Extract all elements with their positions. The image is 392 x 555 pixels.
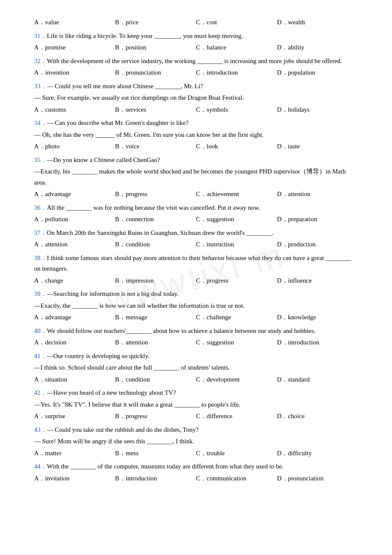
option-top-B: B．price xyxy=(115,17,196,28)
question-line-40-0: 40．We should follow our teachers'_______… xyxy=(34,326,358,337)
question-line-34-0: 34．— Can you describe what Mr. Green's d… xyxy=(34,118,358,129)
options-row-41: A．situationB．conditionC．developmentD．sta… xyxy=(34,374,358,385)
option-38-A: A．change xyxy=(34,275,115,286)
options-row-44: A．invitationB．introductionC．communicatio… xyxy=(34,473,358,484)
question-text-41: —Our country is developing so quickly. xyxy=(47,353,150,359)
option-40-B: B．attention xyxy=(115,337,196,348)
question-block-42: 42．—Have you heard of a new technology a… xyxy=(34,387,358,422)
option-32-C: C．introduction xyxy=(196,67,277,78)
option-37-D: D．production xyxy=(277,239,358,250)
question-line-35-0: 35．—Do you know a Chinese called ChenGao… xyxy=(34,155,358,166)
option-42-B: B．progress xyxy=(115,411,196,422)
option-top-A: A．value xyxy=(34,17,115,28)
option-39-A: A．advantage xyxy=(34,312,115,323)
question-text-39: —Searching for information is not a big … xyxy=(47,290,179,297)
question-text-36: All the ________ was for nothing because… xyxy=(47,204,260,211)
question-line-42-1: —Yes. It's "8K TV". I believe that it wi… xyxy=(34,399,358,410)
question-text-35: —Do you know a Chinese called ChenGao? xyxy=(47,156,160,163)
question-block-top: A．valueB．priceC．costD．wealth xyxy=(34,17,358,28)
question-text-31: Life is like riding a bicycle. To keep y… xyxy=(47,32,243,39)
question-text-32: With the development of the service indu… xyxy=(47,58,342,64)
question-text-42: —Have you heard of a new technology abou… xyxy=(47,389,176,396)
question-number-34: 34． xyxy=(34,119,47,126)
option-34-A: A．photo xyxy=(34,141,115,152)
option-34-B: B．voice xyxy=(115,141,196,152)
options-row-35: A．advantageB．progressC．achievementD．atte… xyxy=(34,189,358,200)
options-row-33: A．customsB．servicesC．symbolsD．holidays xyxy=(34,104,358,116)
option-44-D: D．pronunciation xyxy=(277,473,358,484)
question-line-39-1: —Exactly, the ________ is how we can tel… xyxy=(34,301,358,312)
question-line-39-0: 39．—Searching for information is not a b… xyxy=(34,289,358,300)
options-row-31: A．promiseB．positionC．balanceD．ability xyxy=(34,42,358,53)
question-text-34: — Can you describe what Mr. Green's daug… xyxy=(47,119,189,126)
option-39-D: D．knowledge xyxy=(277,312,358,323)
option-36-C: C．suggestion xyxy=(196,214,277,225)
question-block-40: 40．We should follow our teachers'_______… xyxy=(34,326,358,348)
question-number-35: 35． xyxy=(34,156,47,163)
options-row-39: A．advantageB．messageC．challengeD．knowled… xyxy=(34,312,358,323)
question-text-44: With the ________ of the computer, museu… xyxy=(47,463,283,470)
option-41-A: A．situation xyxy=(34,374,115,385)
question-line-43-1: — Sure! Mom will be angry if she sees th… xyxy=(34,436,358,447)
question-number-32: 32． xyxy=(34,58,47,64)
option-38-D: D．influence xyxy=(277,275,358,286)
question-text-43: — Could you take out the rubbish and do … xyxy=(47,426,199,433)
option-33-C: C．symbols xyxy=(196,104,277,116)
option-32-D: D．population xyxy=(277,67,358,78)
options-row-37: A．attentionB．conditionC．instructionD．pro… xyxy=(34,239,358,250)
question-line-33-0: 33．— Could you tell me more about Chines… xyxy=(34,81,358,92)
question-line-41-1: —I think so. School should care about th… xyxy=(34,362,358,373)
question-block-35: 35．—Do you know a Chinese called ChenGao… xyxy=(34,155,358,200)
question-block-34: 34．— Can you describe what Mr. Green's d… xyxy=(34,118,358,152)
option-32-B: B．pronunciation xyxy=(115,67,196,78)
option-36-A: A．pollution xyxy=(34,214,115,225)
question-line-44-0: 44．With the ________ of the computer, mu… xyxy=(34,461,358,472)
option-44-B: B．introduction xyxy=(115,473,196,484)
question-number-38: 38． xyxy=(34,254,47,261)
option-43-C: C．trouble xyxy=(196,448,277,459)
question-text-40: We should follow our teachers'________ a… xyxy=(47,327,315,334)
option-42-D: D．choice xyxy=(277,411,358,422)
option-34-C: C．look xyxy=(196,141,277,152)
option-42-C: C．difference xyxy=(196,411,277,422)
question-line-35-1: —Exactly, his ________ makes the whole w… xyxy=(34,166,358,188)
option-38-C: C．progress xyxy=(196,275,277,286)
options-row-40: A．decisionB．attentionC．suggestionD．intro… xyxy=(34,337,358,348)
option-31-D: D．ability xyxy=(277,42,358,53)
option-35-C: C．achievement xyxy=(196,189,277,200)
options-row-43: A．matterB．messC．troubleD．difficulty xyxy=(34,448,358,459)
option-39-B: B．message xyxy=(115,312,196,323)
question-line-31-0: 31．Life is like riding a bicycle. To kee… xyxy=(34,31,358,42)
option-43-A: A．matter xyxy=(34,448,115,459)
question-block-44: 44．With the ________ of the computer, mu… xyxy=(34,461,358,484)
question-number-43: 43． xyxy=(34,426,47,433)
question-block-39: 39．—Searching for information is not a b… xyxy=(34,289,358,323)
question-block-37: 37．On March 20th the Sanxingdui Ruins in… xyxy=(34,228,358,250)
question-number-33: 33． xyxy=(34,83,47,90)
question-text-33: — Could you tell me more about Chinese _… xyxy=(47,83,203,90)
question-number-42: 42． xyxy=(34,389,47,396)
option-41-B: B．condition xyxy=(115,374,196,385)
question-line-37-0: 37．On March 20th the Sanxingdui Ruins in… xyxy=(34,228,358,239)
option-38-B: B．impression xyxy=(115,275,196,286)
option-44-A: A．invitation xyxy=(34,473,115,484)
option-top-D: D．wealth xyxy=(277,17,358,28)
question-number-37: 37． xyxy=(34,229,47,236)
question-block-36: 36．All the ________ was for nothing beca… xyxy=(34,202,358,225)
option-36-D: D．preparation xyxy=(277,214,358,225)
option-31-A: A．promise xyxy=(34,42,115,53)
question-line-32-0: 32．With the development of the service i… xyxy=(34,56,358,67)
question-number-31: 31． xyxy=(34,32,47,39)
option-35-D: D．attention xyxy=(277,189,358,200)
question-line-42-0: 42．—Have you heard of a new technology a… xyxy=(34,387,358,399)
option-33-A: A．customs xyxy=(34,104,115,116)
question-number-41: 41． xyxy=(34,353,47,359)
question-text-38: I think some famous stars should pay mor… xyxy=(34,254,351,272)
question-block-43: 43．— Could you take out the rubbish and … xyxy=(34,425,358,459)
option-33-B: B．services xyxy=(115,104,196,116)
question-line-36-0: 36．All the ________ was for nothing beca… xyxy=(34,202,358,214)
option-40-A: A．decision xyxy=(34,337,115,348)
question-number-36: 36． xyxy=(34,204,47,211)
options-row-top: A．valueB．priceC．costD．wealth xyxy=(34,17,358,28)
option-37-C: C．instruction xyxy=(196,239,277,250)
